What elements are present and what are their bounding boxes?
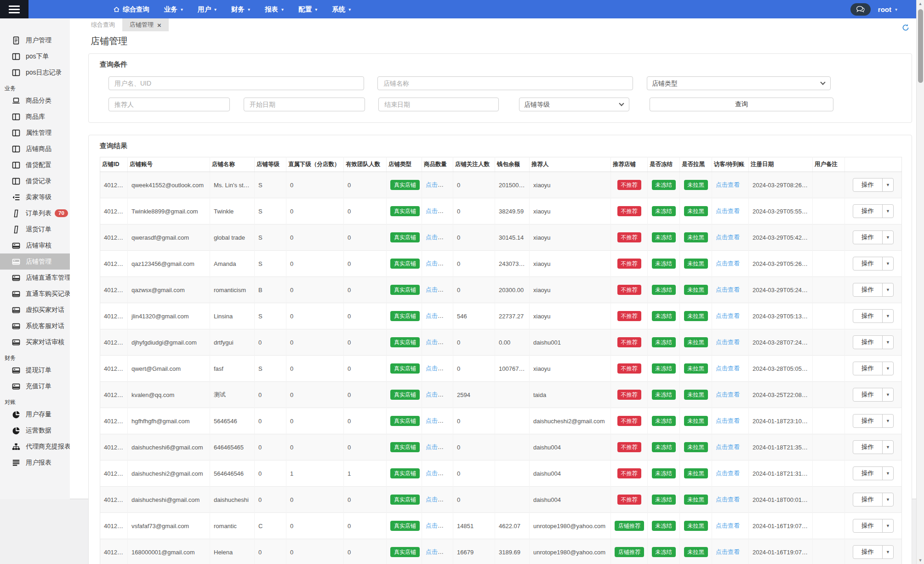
visitors-link[interactable]: 点击查看 — [716, 339, 740, 345]
user-menu[interactable]: root ▾ — [878, 6, 897, 13]
sidebar-item[interactable]: 充值订单 — [0, 378, 70, 394]
hamburger-button[interactable] — [0, 0, 29, 18]
sidebar-item[interactable]: 系统客服对话 — [0, 318, 70, 334]
tab[interactable]: 店铺管理× — [122, 18, 169, 31]
chevron-down-icon[interactable]: ▼ — [882, 519, 893, 532]
sidebar-item[interactable]: 退货订单 — [0, 221, 70, 237]
visitors-link[interactable]: 点击查看 — [716, 312, 740, 319]
visitors-link[interactable]: 点击查看 — [716, 391, 740, 398]
chevron-down-icon[interactable]: ▼ — [882, 283, 893, 296]
action-button[interactable]: 操作▼ — [853, 493, 894, 506]
sidebar-item[interactable]: 直通车购买记录 — [0, 286, 70, 302]
goods-count-link[interactable]: 点击查看 — [426, 339, 450, 345]
search-button[interactable]: 查询 — [650, 98, 833, 111]
sidebar-item[interactable]: 运营数据 — [0, 422, 70, 438]
goods-count-link[interactable]: 点击查看 — [426, 522, 450, 529]
sidebar-item[interactable]: 卖家等级 — [0, 189, 70, 205]
goods-count-link[interactable]: 点击查看 — [426, 417, 450, 424]
action-button[interactable]: 操作▼ — [853, 388, 894, 402]
sidebar-item[interactable]: 用户存量 — [0, 406, 70, 422]
goods-count-link[interactable]: 点击查看 — [426, 234, 450, 241]
sidebar-item[interactable]: 虚拟买家对话 — [0, 302, 70, 318]
action-button[interactable]: 操作▼ — [853, 178, 894, 192]
sidebar-item[interactable]: 店铺商品 — [0, 141, 70, 157]
sidebar-item[interactable]: 借贷记录 — [0, 173, 70, 189]
sidebar-item[interactable]: 店铺审核 — [0, 237, 70, 253]
action-button[interactable]: 操作▼ — [853, 362, 894, 375]
chevron-down-icon[interactable]: ▼ — [882, 205, 893, 218]
nav-menu-item[interactable]: 配置▾ — [291, 0, 325, 18]
nav-menu-item[interactable]: 综合查询 — [106, 0, 157, 18]
nav-menu-item[interactable]: 业务▾ — [157, 0, 190, 18]
goods-count-link[interactable]: 点击查看 — [426, 391, 450, 398]
start-date-input[interactable] — [244, 98, 365, 111]
scroll-up-arrow[interactable]: ▲ — [917, 1, 924, 6]
action-button[interactable]: 操作▼ — [853, 283, 894, 297]
action-button[interactable]: 操作▼ — [853, 519, 894, 533]
chevron-down-icon[interactable]: ▼ — [882, 257, 893, 270]
chevron-down-icon[interactable]: ▼ — [882, 441, 893, 454]
nav-menu-item[interactable]: 财务▾ — [224, 0, 257, 18]
action-button[interactable]: 操作▼ — [853, 414, 894, 428]
sidebar-item[interactable]: 店铺直通车管理 — [0, 270, 70, 286]
sidebar-item[interactable]: 用户管理 — [0, 32, 70, 48]
chevron-down-icon[interactable]: ▼ — [882, 231, 893, 244]
sidebar-item[interactable]: pos日志记录 — [0, 64, 70, 81]
visitors-link[interactable]: 点击查看 — [716, 443, 740, 450]
chevron-down-icon[interactable]: ▼ — [882, 467, 893, 480]
referrer-input[interactable] — [108, 98, 230, 111]
sidebar-item[interactable]: 借贷配置 — [0, 157, 70, 173]
visitors-link[interactable]: 点击查看 — [716, 234, 740, 241]
goods-count-link[interactable]: 点击查看 — [426, 181, 450, 188]
shop-name-input[interactable] — [377, 76, 633, 90]
visitors-link[interactable]: 点击查看 — [716, 522, 740, 529]
visitors-link[interactable]: 点击查看 — [716, 470, 740, 477]
action-button[interactable]: 操作▼ — [853, 440, 894, 454]
nav-menu-item[interactable]: 系统▾ — [325, 0, 358, 18]
action-button[interactable]: 操作▼ — [853, 335, 894, 349]
chevron-down-icon[interactable]: ▼ — [882, 310, 893, 322]
goods-count-link[interactable]: 点击查看 — [426, 470, 450, 477]
chat-button[interactable] — [850, 3, 871, 16]
refresh-button[interactable] — [901, 24, 910, 32]
goods-count-link[interactable]: 点击查看 — [426, 312, 450, 319]
goods-count-link[interactable]: 点击查看 — [426, 548, 450, 555]
action-button[interactable]: 操作▼ — [853, 230, 894, 244]
chevron-down-icon[interactable]: ▼ — [882, 336, 893, 349]
chevron-down-icon[interactable]: ▼ — [882, 546, 893, 558]
scrollbar-thumb[interactable] — [918, 9, 923, 83]
sidebar-item[interactable]: 商品库 — [0, 109, 70, 125]
sidebar-item[interactable]: 买家对话审核 — [0, 334, 70, 350]
chevron-down-icon[interactable]: ▼ — [882, 178, 893, 191]
vertical-scrollbar[interactable]: ▲ ▼ — [916, 0, 924, 564]
action-button[interactable]: 操作▼ — [853, 204, 894, 218]
action-button[interactable]: 操作▼ — [853, 309, 894, 323]
sidebar-item[interactable]: 属性管理 — [0, 125, 70, 141]
scroll-down-arrow[interactable]: ▼ — [917, 558, 924, 563]
sidebar-item[interactable]: pos下单 — [0, 48, 70, 64]
action-button[interactable]: 操作▼ — [853, 545, 894, 559]
chevron-down-icon[interactable]: ▼ — [882, 414, 893, 427]
goods-count-link[interactable]: 点击查看 — [426, 496, 450, 503]
shop-level-select[interactable]: 店铺等级 — [519, 98, 629, 111]
visitors-link[interactable]: 点击查看 — [716, 181, 740, 188]
sidebar-item[interactable]: 店铺管理 — [0, 253, 70, 270]
nav-menu-item[interactable]: 报表▾ — [257, 0, 291, 18]
nav-menu-item[interactable]: 用户▾ — [190, 0, 224, 18]
sidebar-item[interactable]: 代理商充提报表 — [0, 438, 70, 455]
visitors-link[interactable]: 点击查看 — [716, 207, 740, 214]
sidebar-item[interactable]: 订单列表70 — [0, 205, 70, 221]
shop-type-select[interactable]: 店铺类型 — [647, 76, 831, 90]
close-icon[interactable]: × — [157, 22, 161, 29]
goods-count-link[interactable]: 点击查看 — [426, 365, 450, 372]
goods-count-link[interactable]: 点击查看 — [426, 207, 450, 214]
visitors-link[interactable]: 点击查看 — [716, 548, 740, 555]
visitors-link[interactable]: 点击查看 — [716, 496, 740, 503]
goods-count-link[interactable]: 点击查看 — [426, 286, 450, 293]
sidebar-item[interactable]: 提现订单 — [0, 362, 70, 378]
action-button[interactable]: 操作▼ — [853, 257, 894, 270]
chevron-down-icon[interactable]: ▼ — [882, 493, 893, 506]
visitors-link[interactable]: 点击查看 — [716, 286, 740, 293]
action-button[interactable]: 操作▼ — [853, 466, 894, 480]
visitors-link[interactable]: 点击查看 — [716, 365, 740, 372]
